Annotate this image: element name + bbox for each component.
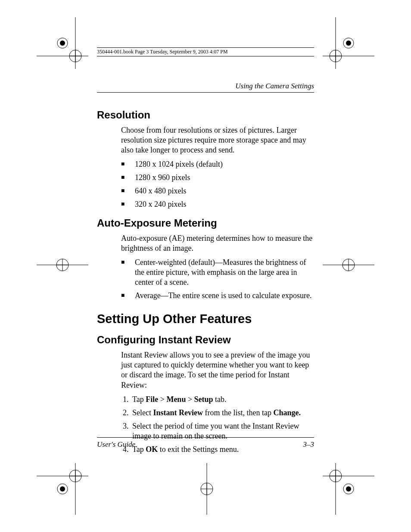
crop-mark-icon: [37, 17, 88, 69]
step-item: Select Instant Review from the list, the…: [131, 408, 314, 418]
svg-point-10: [346, 40, 351, 46]
crop-mark-icon: [323, 463, 374, 515]
svg-point-9: [343, 38, 354, 48]
footer-right: 3–3: [303, 440, 314, 449]
svg-point-15: [56, 259, 68, 271]
ae-intro: Auto-exposure (AE) metering determines h…: [121, 233, 314, 253]
crop-mark-icon: [181, 463, 233, 515]
crop-mark-icon: [323, 239, 374, 291]
list-item: 320 x 240 pixels: [121, 199, 314, 209]
crop-mark-icon: [37, 463, 88, 515]
svg-point-11: [330, 50, 342, 62]
instant-intro: Instant Review allows you to see a previ…: [121, 350, 314, 390]
crop-mark-icon: [37, 239, 88, 291]
svg-point-24: [57, 484, 68, 494]
ae-body: Auto-exposure (AE) metering determines h…: [121, 233, 314, 301]
crop-mark-icon: [323, 17, 374, 69]
list-item: Center-weighted (default)—Measures the b…: [121, 258, 314, 287]
list-item: 1280 x 1024 pixels (default): [121, 159, 314, 169]
page: 350444-001.book Page 3 Tuesday, Septembe…: [0, 0, 411, 532]
svg-point-25: [60, 486, 65, 492]
step-item: Tap File > Menu > Setup tab.: [131, 395, 314, 404]
running-head: Using the Camera Settings: [97, 82, 314, 93]
heading-ae: Auto-Exposure Metering: [97, 217, 314, 229]
svg-point-4: [69, 50, 81, 62]
svg-point-36: [346, 486, 351, 492]
list-item: 640 x 480 pixels: [121, 186, 314, 196]
heading-instant-review: Configuring Instant Review: [97, 334, 314, 346]
heading-other-features: Setting Up Other Features: [97, 312, 314, 326]
resolution-body: Choose from four resolutions or sizes of…: [121, 125, 314, 209]
content-area: Using the Camera Settings Resolution Cho…: [97, 82, 314, 458]
page-footer: User's Guide 3–3: [97, 437, 314, 449]
svg-point-30: [201, 483, 213, 495]
svg-point-37: [330, 470, 342, 482]
resolution-intro: Choose from four resolutions or sizes of…: [121, 125, 314, 155]
svg-point-2: [57, 38, 68, 48]
ae-list: Center-weighted (default)—Measures the b…: [121, 258, 314, 301]
svg-point-35: [343, 484, 354, 494]
svg-point-3: [60, 40, 65, 46]
book-meta-line: 350444-001.book Page 3 Tuesday, Septembe…: [97, 47, 314, 56]
footer-left: User's Guide: [97, 440, 135, 449]
resolution-list: 1280 x 1024 pixels (default) 1280 x 960 …: [121, 159, 314, 209]
heading-resolution: Resolution: [97, 109, 314, 121]
svg-point-26: [69, 470, 81, 482]
list-item: Average—The entire scene is used to calc…: [121, 291, 314, 301]
svg-point-19: [342, 259, 355, 271]
list-item: 1280 x 960 pixels: [121, 173, 314, 183]
